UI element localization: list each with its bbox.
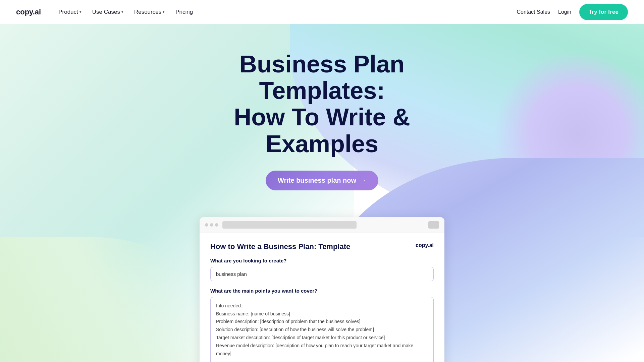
card-toolbar <box>200 217 444 233</box>
contact-sales-link[interactable]: Contact Sales <box>517 9 550 15</box>
toolbar-address-bar <box>222 221 357 229</box>
card-body: How to Write a Business Plan: Template c… <box>200 233 444 362</box>
arrow-icon: → <box>360 177 366 184</box>
template-card-wrapper: How to Write a Business Plan: Template c… <box>200 217 444 362</box>
nav-item-use-cases[interactable]: Use Cases ▾ <box>88 6 127 18</box>
write-business-plan-button[interactable]: Write business plan now → <box>266 171 378 190</box>
header: copy.ai Product ▾ Use Cases ▾ Resources … <box>0 0 644 24</box>
header-left: copy.ai Product ▾ Use Cases ▾ Resources … <box>16 6 197 18</box>
nav-item-resources[interactable]: Resources ▾ <box>130 6 169 18</box>
field1-label: What are you looking to create? <box>210 258 434 263</box>
dot-3 <box>215 223 218 227</box>
field1-input[interactable] <box>210 267 434 281</box>
login-link[interactable]: Login <box>558 9 571 15</box>
try-free-button[interactable]: Try for free <box>579 4 628 20</box>
chevron-down-icon: ▾ <box>163 10 165 14</box>
logo[interactable]: copy.ai <box>16 8 41 16</box>
field2-content: Info needed: Business name: [name of bus… <box>216 302 428 362</box>
nav-item-pricing[interactable]: Pricing <box>171 6 197 18</box>
template-card: How to Write a Business Plan: Template c… <box>200 217 444 362</box>
card-header: How to Write a Business Plan: Template c… <box>210 242 434 251</box>
dot-1 <box>205 223 208 227</box>
header-right: Contact Sales Login Try for free <box>517 4 628 20</box>
card-logo: copy.ai <box>416 242 434 248</box>
nav-item-product[interactable]: Product ▾ <box>54 6 86 18</box>
field2-textarea[interactable]: Info needed: Business name: [name of bus… <box>210 297 434 362</box>
hero-section: Business Plan Templates: How To Write & … <box>0 0 644 362</box>
chevron-down-icon: ▾ <box>121 10 123 14</box>
toolbar-icon-box <box>428 221 439 229</box>
main-nav: Product ▾ Use Cases ▾ Resources ▾ Pricin… <box>54 6 197 18</box>
dot-2 <box>210 223 213 227</box>
hero-title: Business Plan Templates: How To Write & … <box>184 51 460 157</box>
toolbar-dots <box>205 223 218 227</box>
card-title: How to Write a Business Plan: Template <box>210 242 350 251</box>
chevron-down-icon: ▾ <box>79 10 82 14</box>
hero-content: Business Plan Templates: How To Write & … <box>171 24 473 204</box>
field2-label: What are the main points you want to cov… <box>210 288 434 294</box>
